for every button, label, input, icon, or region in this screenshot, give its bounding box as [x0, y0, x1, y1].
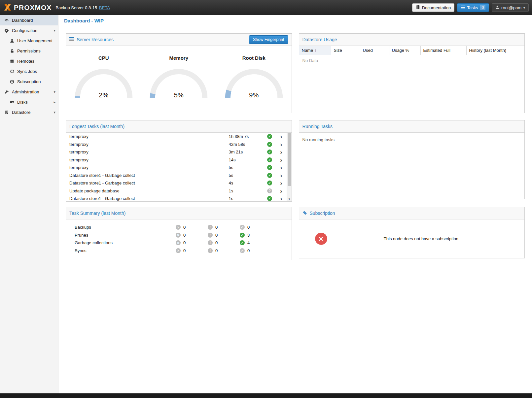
sidebar-item-label: User Management	[17, 38, 53, 43]
task-name: termproxy	[66, 134, 229, 139]
column-header-used[interactable]: Used	[360, 46, 389, 55]
expander-down-icon[interactable]: ▾	[53, 110, 55, 115]
scrollbar[interactable]: ▾	[287, 133, 292, 201]
task-row[interactable]: termproxy 1h 38m 7s ›	[66, 133, 287, 141]
user-icon	[495, 5, 499, 10]
task-name: Update package database	[66, 188, 229, 193]
expander-down-icon[interactable]: ▾	[53, 90, 55, 94]
gauges-row: CPU 2% Memory 5%	[66, 46, 292, 113]
sidebar-item-dashboard[interactable]: Dashboard	[0, 15, 58, 25]
column-header-size[interactable]: Size	[331, 46, 360, 55]
sidebar-item-administration[interactable]: Administration ▾	[0, 87, 58, 97]
error-count-icon	[176, 225, 181, 230]
ok-count-icon	[240, 240, 245, 245]
sidebar-item-subscription[interactable]: Subscription	[0, 77, 58, 87]
cpu-gauge: CPU 2%	[66, 51, 141, 113]
sidebar-item-permissions[interactable]: Permissions	[0, 46, 58, 56]
sidebar-item-label: Configuration	[12, 28, 37, 33]
chevron-right-icon[interactable]: ›	[276, 133, 287, 140]
task-status-icon	[267, 196, 272, 201]
user-menu-button[interactable]: root@pam ▾	[492, 3, 529, 12]
chevron-right-icon[interactable]: ›	[276, 141, 287, 148]
app-window: PROXMOX Backup Server 0.8-15 BETA Docume…	[0, 0, 532, 398]
datastore-usage-title: Datastore Usage	[302, 37, 337, 42]
tasks-label: Tasks	[467, 5, 478, 10]
error-count: 0	[183, 233, 186, 238]
brand-name: PROXMOX	[14, 4, 52, 12]
task-duration: 5s	[229, 165, 264, 170]
warning-count: 0	[215, 225, 218, 230]
task-row[interactable]: Datastore store1 - Garbage collect 1s ›	[66, 195, 287, 201]
sidebar-item-user-management[interactable]: User Management	[0, 36, 58, 46]
running-tasks-header: Running Tasks	[299, 120, 525, 133]
tasks-button[interactable]: Tasks 0	[457, 3, 489, 12]
warning-count-icon	[208, 225, 213, 230]
chevron-right-icon[interactable]: ›	[276, 157, 287, 163]
sidebar-item-remotes[interactable]: Remotes	[0, 56, 58, 66]
task-status-icon	[267, 142, 272, 147]
sidebar-item-label: Datastore	[12, 110, 30, 115]
chevron-right-icon[interactable]: ›	[276, 188, 287, 194]
subscription-title: Subscription	[310, 211, 335, 216]
chevron-right-icon[interactable]: ›	[276, 180, 287, 186]
running-tasks-title: Running Tasks	[302, 124, 333, 129]
sidebar-item-label: Dashboard	[12, 18, 33, 23]
ok-count: 0	[247, 225, 250, 230]
sidebar-item-disks[interactable]: Disks ▸	[0, 97, 58, 107]
datastore-usage-panel: Datastore Usage Name↑ Size Used Usage % …	[299, 33, 525, 113]
scrollbar-down-arrow[interactable]: ▾	[287, 196, 292, 201]
column-header-usage[interactable]: Usage %	[389, 46, 421, 55]
support-icon	[9, 80, 15, 84]
ticket-icon	[302, 211, 307, 216]
expander-right-icon[interactable]: ▸	[53, 100, 55, 104]
chevron-down-icon: ▾	[523, 6, 525, 10]
column-header-estimated-full[interactable]: Estimated Full	[421, 46, 467, 55]
task-row[interactable]: Update package database 1s ›	[66, 187, 287, 195]
sidebar-item-configuration[interactable]: Configuration ▾	[0, 25, 58, 36]
datastore-usage-empty-text: No Data	[299, 55, 525, 66]
sort-asc-icon: ↑	[314, 48, 316, 53]
hdd-icon	[9, 100, 15, 104]
chevron-right-icon[interactable]: ›	[276, 164, 287, 171]
chevron-right-icon[interactable]: ›	[276, 172, 287, 179]
expander-down-icon[interactable]: ▾	[53, 28, 55, 33]
task-duration: 1s	[229, 188, 264, 193]
warning-count-icon	[208, 248, 213, 253]
show-fingerprint-button[interactable]: Show Fingerprint	[249, 35, 288, 44]
main-area: Dashboard - WIP Server Resources Show Fi…	[58, 15, 532, 393]
column-header-history[interactable]: History (last Month)	[467, 46, 525, 55]
user-menu-label: root@pam	[501, 5, 521, 10]
sidebar-item-label: Permissions	[17, 49, 41, 53]
task-row[interactable]: termproxy 42m 58s ›	[66, 141, 287, 149]
longest-tasks-panel: Longest Tasks (last Month) termproxy 1h …	[66, 120, 292, 202]
task-duration: 5s	[229, 173, 264, 178]
summary-row: Syncs 0 0 0	[66, 247, 292, 255]
task-row[interactable]: termproxy 14s ›	[66, 156, 287, 164]
error-count-icon	[176, 233, 181, 238]
summary-row: Backups 0 0 0	[66, 223, 292, 231]
sidebar-item-sync-jobs[interactable]: Sync Jobs	[0, 66, 58, 77]
task-row[interactable]: termproxy 5s ›	[66, 164, 287, 172]
error-count: 0	[183, 240, 186, 245]
task-summary-header: Task Summary (last Month)	[66, 207, 292, 219]
beta-link[interactable]: BETA	[99, 5, 110, 10]
task-status-icon	[267, 134, 272, 139]
task-name: termproxy	[66, 165, 229, 170]
task-row[interactable]: Datastore store1 - Garbage collect 5s ›	[66, 172, 287, 180]
server-resources-icon	[69, 37, 74, 42]
task-duration: 3m 21s	[229, 149, 264, 154]
sidebar-item-datastore[interactable]: Datastore ▾	[0, 107, 58, 117]
task-row[interactable]: termproxy 3m 21s ›	[66, 148, 287, 156]
task-row[interactable]: Datastore store1 - Garbage collect 4s ›	[66, 179, 287, 187]
documentation-button[interactable]: Documentation	[412, 3, 454, 12]
task-status-icon	[267, 188, 272, 193]
chevron-right-icon[interactable]: ›	[276, 149, 287, 155]
task-duration: 1h 38m 7s	[229, 134, 264, 139]
column-header-name[interactable]: Name↑	[299, 46, 331, 55]
building-icon	[4, 110, 9, 115]
gauge-label: Root Disk	[242, 55, 266, 61]
warning-count: 0	[215, 248, 218, 253]
scrollbar-thumb[interactable]	[288, 133, 291, 186]
longest-tasks-header: Longest Tasks (last Month)	[66, 120, 292, 133]
chevron-right-icon[interactable]: ›	[276, 195, 287, 201]
